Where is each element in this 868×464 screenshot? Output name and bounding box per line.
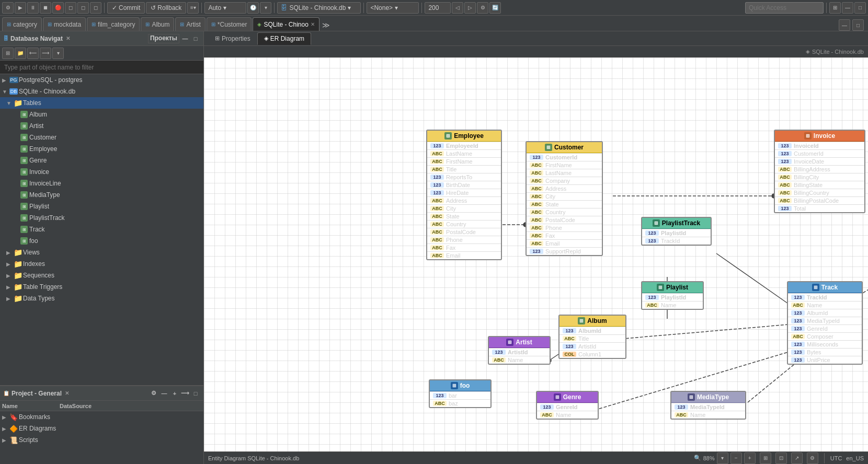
er-table-album[interactable]: ⊞ Album 123AlbumId ABCTitle 123ArtistId …	[558, 315, 626, 359]
refresh-icon[interactable]: 🔄	[489, 2, 501, 14]
nav-min-button[interactable]: —	[180, 34, 190, 43]
quick-access-input[interactable]	[745, 2, 824, 14]
tree-item-postgresql[interactable]: ▶ PG PostgreSQL - postgres	[0, 74, 203, 86]
toolbar-icon-8[interactable]: ◻	[90, 2, 101, 14]
er-table-track[interactable]: ⊞ Track 123TrackId ABCName 123AlbumId 12…	[787, 281, 863, 365]
project-add-icon[interactable]: +	[170, 389, 179, 398]
nav-icon-2[interactable]: ▷	[464, 2, 476, 14]
nav-projekte-tab[interactable]: Проекты	[148, 34, 179, 43]
nav-tool-3[interactable]: ⟵	[27, 48, 39, 59]
nav-tool-2[interactable]: 📁	[15, 48, 26, 59]
close-project-icon[interactable]: ✕	[65, 390, 69, 396]
tree-item-album[interactable]: ⊞ Album	[0, 109, 203, 120]
tab-film-category[interactable]: ⊞ film_category	[87, 17, 140, 31]
tree-item-genre[interactable]: ⊞ Genre	[0, 155, 203, 166]
project-settings-icon[interactable]: ⚙	[149, 389, 158, 398]
tree-item-sequences[interactable]: ▶ 📁 Sequences	[0, 270, 203, 281]
auto-dropdown[interactable]: Auto ▾	[204, 2, 246, 14]
tab-min-icon[interactable]: —	[839, 19, 850, 31]
toolbar-icon-5[interactable]: 🔴	[52, 2, 64, 14]
er-table-customer[interactable]: ⊞ Customer 123CustomerId ABCFirstName AB…	[526, 141, 603, 256]
tree-item-foo[interactable]: ⊞ foo	[0, 235, 203, 247]
tab-close-button[interactable]: ✕	[311, 21, 315, 27]
window-icon-2[interactable]: —	[842, 2, 853, 14]
close-nav-icon[interactable]: ✕	[66, 36, 70, 41]
tab-overflow-button[interactable]: ≫	[321, 19, 332, 31]
er-table-foo[interactable]: ⊞ foo 123bar ABCbaz	[429, 379, 492, 408]
nav-icon-1[interactable]: ◁	[452, 2, 463, 14]
tree-item-employee[interactable]: ⊞ Employee	[0, 143, 203, 155]
er-canvas[interactable]: ⊞ Employee 123EmployeeId ABCLastName ABC…	[204, 57, 868, 451]
tree-item-datatypes[interactable]: ▶ 📁 Data Types	[0, 293, 203, 304]
tree-item-artist[interactable]: ⊞ Artist	[0, 120, 203, 132]
track-table-hdr-icon: ⊞	[812, 284, 819, 291]
tab-mockdata[interactable]: ⊞ mockdata	[43, 17, 86, 31]
tab-er-diagram[interactable]: ◈ ER Diagram	[257, 32, 311, 45]
export-icon[interactable]: ↗	[791, 453, 803, 464]
tree-item-tables[interactable]: ▼ 📁 Tables	[0, 97, 203, 109]
project-min-icon[interactable]: —	[159, 389, 169, 398]
toolbar-track[interactable]: ≡▾	[187, 2, 199, 14]
toolbar-icon-3[interactable]: ⏸	[27, 2, 39, 14]
clock-dropdown-icon[interactable]: ▾	[260, 2, 271, 14]
window-icon-3[interactable]: □	[854, 2, 866, 14]
nav-search-input[interactable]	[0, 61, 203, 74]
tree-item-playlisttrack[interactable]: ⊞ PlaylistTrack	[0, 212, 203, 224]
toolbar-icon-2[interactable]: ▶	[15, 2, 26, 14]
tree-item-indexes[interactable]: ▶ 📁 Indexes	[0, 258, 203, 270]
field-pl-name: ABCName	[642, 301, 703, 309]
db-nav-icon: 🗄	[3, 36, 8, 41]
er-table-mediatype[interactable]: ⊞ MediaType 123MediaTypeId ABCName	[670, 391, 746, 420]
schema-dropdown[interactable]: <None> ▾	[367, 2, 419, 14]
tab-max-icon[interactable]: □	[852, 19, 864, 31]
nav-tool-1[interactable]: ⊞	[2, 48, 14, 59]
settings-icon[interactable]: ⚙	[477, 2, 488, 14]
tab-properties[interactable]: ⊞ Properties	[208, 32, 257, 45]
er-table-artist[interactable]: ⊞ Artist 123ArtistId ABCName	[488, 336, 551, 365]
tree-item-invoice[interactable]: ⊞ Invoice	[0, 166, 203, 178]
zoom-out-button[interactable]: −	[730, 453, 742, 464]
settings2-icon[interactable]: ⚙	[807, 453, 818, 464]
er-table-playlist[interactable]: ⊞ Playlist 123PlaylistId ABCName	[641, 281, 704, 310]
toolbar-icon-7[interactable]: ◻	[77, 2, 89, 14]
er-table-employee[interactable]: ⊞ Employee 123EmployeeId ABCLastName ABC…	[426, 130, 502, 260]
tree-item-track[interactable]: ⊞ Track	[0, 224, 203, 235]
tab-customer[interactable]: ⊞ *Customer	[207, 17, 252, 31]
er-table-playlisttrack[interactable]: ⊞ PlaylistTrack 123PlaylistId 123TrackId	[641, 217, 712, 246]
fit-icon[interactable]: ⊡	[775, 453, 787, 464]
window-icon-1[interactable]: ⊞	[829, 2, 841, 14]
tab-category[interactable]: ⊞ category	[2, 17, 42, 31]
tab-artist[interactable]: ⊞ Artist	[175, 17, 205, 31]
toolbar-icon-4[interactable]: ⏹	[40, 2, 51, 14]
zoom-dropdown[interactable]: 200	[425, 2, 451, 14]
tree-item-invoiceline[interactable]: ⊞ InvoiceLine	[0, 178, 203, 189]
tree-item-triggers[interactable]: ▶ 📁 Table Triggers	[0, 281, 203, 293]
toolbar-icon-6[interactable]: ◻	[65, 2, 76, 14]
er-table-genre[interactable]: ⊞ Genre 123GenreId ABCName	[536, 391, 599, 420]
zoom-in-button[interactable]: +	[744, 453, 756, 464]
project-link-icon[interactable]: ⟶	[180, 389, 190, 398]
db-dropdown[interactable]: 🗄 SQLite - Chinook.db ▾	[277, 2, 361, 14]
rollback-button[interactable]: ↺ Rollback	[146, 2, 186, 14]
zoom-dropdown-button[interactable]: ▾	[717, 453, 728, 464]
tree-item-playlist[interactable]: ⊞ Playlist	[0, 201, 203, 212]
tree-item-customer[interactable]: ⊞ Customer	[0, 132, 203, 143]
tree-item-mediatype[interactable]: ⊞ MediaType	[0, 189, 203, 201]
commit-button[interactable]: ✓ Commit	[107, 2, 145, 14]
nav-tool-5[interactable]: ▾	[52, 48, 64, 59]
grid-icon[interactable]: ⊞	[760, 453, 771, 464]
project-scripts[interactable]: ▶ 📜 Scripts	[0, 434, 203, 446]
tree-item-views[interactable]: ▶ 📁 Views	[0, 247, 203, 258]
tab-album[interactable]: ⊞ Album	[141, 17, 174, 31]
toolbar-icon-1[interactable]: ⚙	[2, 2, 14, 14]
tree-item-sqlite[interactable]: ▼ DB SQLite - Chinook.db	[0, 86, 203, 97]
clock-icon[interactable]: 🕐	[247, 2, 259, 14]
er-table-invoice[interactable]: ⊞ Invoice 123InvoiceId 123CustomerId 123…	[774, 130, 865, 213]
nav-max-button[interactable]: □	[191, 34, 200, 43]
album-table-hdr-icon: ⊞	[578, 317, 585, 324]
tab-sqlite-chinook[interactable]: ◈ SQLite - Chinoo ✕	[253, 17, 319, 31]
project-max-icon[interactable]: □	[191, 389, 200, 398]
project-bookmarks[interactable]: ▶ 🔖 Bookmarks	[0, 411, 203, 423]
project-er-diagrams[interactable]: ▶ 🔶 ER Diagrams	[0, 423, 203, 434]
nav-tool-4[interactable]: ⟶	[40, 48, 51, 59]
